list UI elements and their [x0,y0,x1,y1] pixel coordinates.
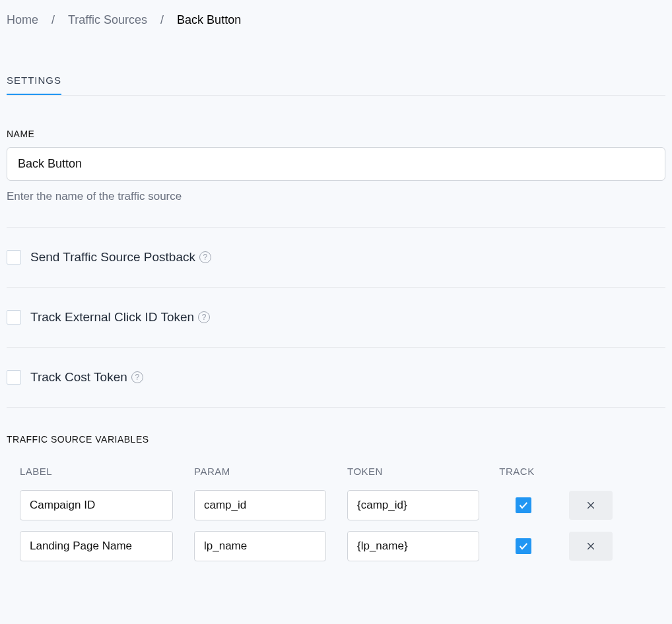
help-icon[interactable] [198,311,210,323]
track-checkbox[interactable] [516,497,531,513]
external-click-row: Track External Click ID Token [7,288,665,348]
col-param: PARAM [194,466,326,477]
col-delete [540,466,586,477]
breadcrumb-traffic-sources[interactable]: Traffic Sources [68,13,147,27]
cost-token-label: Track Cost Token [30,370,143,385]
name-label: NAME [7,129,665,139]
tabs: SETTINGS [7,67,665,96]
cost-token-checkbox[interactable] [7,370,21,385]
col-track: TRACK [494,466,540,477]
check-icon [518,541,529,551]
check-icon [518,500,529,511]
help-icon[interactable] [131,371,143,383]
variable-row [7,485,665,526]
var-label-input[interactable] [20,490,173,520]
name-input[interactable] [7,147,665,181]
variables-header: LABEL PARAM TOKEN TRACK [7,458,665,485]
name-hint: Enter the name of the traffic source [7,190,665,203]
var-param-input[interactable] [194,490,326,520]
delete-row-button[interactable] [569,532,613,561]
track-checkbox[interactable] [516,538,531,554]
external-click-label-text: Track External Click ID Token [30,310,194,325]
col-token: TOKEN [347,466,479,477]
breadcrumb-home[interactable]: Home [7,13,38,27]
external-click-label: Track External Click ID Token [30,310,210,325]
postback-label: Send Traffic Source Postback [30,250,211,265]
var-param-input[interactable] [194,531,326,561]
var-token-input[interactable] [347,490,479,520]
breadcrumb-current: Back Button [177,13,241,27]
var-label-input[interactable] [20,531,173,561]
external-click-checkbox[interactable] [7,310,21,325]
tab-settings[interactable]: SETTINGS [7,67,61,95]
cost-token-row: Track Cost Token [7,348,665,408]
variable-row [7,526,665,567]
var-token-input[interactable] [347,531,479,561]
col-label: LABEL [20,466,173,477]
postback-checkbox[interactable] [7,250,21,265]
delete-row-button[interactable] [569,491,613,520]
close-icon [586,541,596,551]
cost-token-label-text: Track Cost Token [30,370,127,385]
variables-section: TRAFFIC SOURCE VARIABLES LABEL PARAM TOK… [7,434,665,567]
postback-row: Send Traffic Source Postback [7,228,665,288]
close-icon [586,500,596,511]
breadcrumb: Home / Traffic Sources / Back Button [7,13,665,27]
breadcrumb-separator: / [160,13,164,27]
name-section: NAME Enter the name of the traffic sourc… [7,129,665,228]
help-icon[interactable] [199,251,211,263]
breadcrumb-separator: / [51,13,55,27]
variables-heading: TRAFFIC SOURCE VARIABLES [7,434,665,445]
postback-label-text: Send Traffic Source Postback [30,250,195,265]
